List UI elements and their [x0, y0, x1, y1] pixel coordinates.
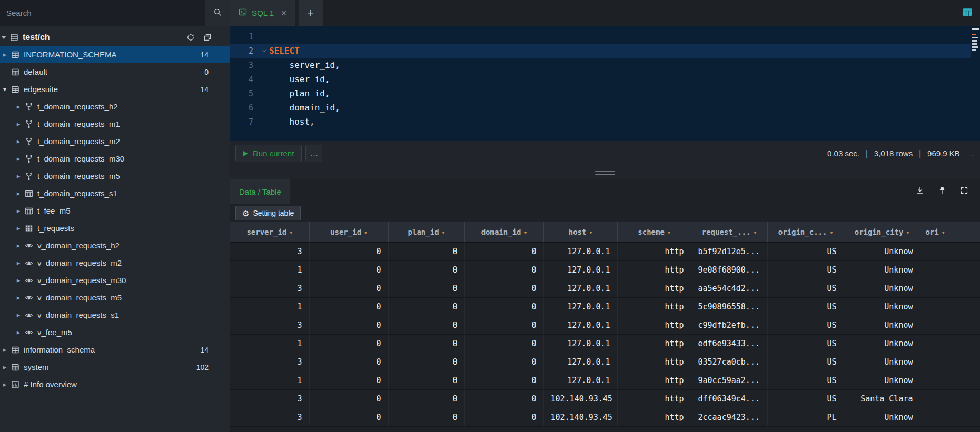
cell-user-id[interactable]: 0 — [309, 279, 388, 297]
cell-user-id[interactable]: 0 — [309, 371, 388, 389]
column-header-request[interactable]: request_...▼ — [691, 222, 767, 242]
tree-item-v-domain-requests-h2[interactable]: ▸v_domain_requests_h2 — [0, 237, 230, 254]
cell-ori[interactable] — [920, 353, 980, 371]
cell-origin-city[interactable]: Unknow — [844, 316, 920, 334]
cell-origin-c[interactable]: US — [767, 371, 844, 389]
cell-plan-id[interactable]: 0 — [388, 316, 464, 334]
new-tab-button[interactable]: + — [299, 0, 323, 26]
cell-origin-c[interactable]: US — [767, 389, 844, 408]
cell-request[interactable]: b5f92d12e5... — [691, 242, 767, 260]
sort-filter-icon[interactable]: ▼ — [524, 230, 527, 235]
tree-item-t-domain-requests-m2[interactable]: ▸t_domain_requests_m2 — [0, 133, 230, 150]
cell-user-id[interactable]: 0 — [309, 297, 388, 316]
editor-scrollbar-thumb[interactable] — [972, 28, 979, 30]
cell-origin-c[interactable]: US — [767, 260, 844, 279]
cell-plan-id[interactable]: 0 — [388, 297, 464, 316]
tree-item-v-domain-requests-m5[interactable]: ▸v_domain_requests_m5 — [0, 289, 230, 306]
tab-sql-1[interactable]: SQL 1 ✕ — [230, 0, 295, 26]
export-button[interactable] — [916, 186, 924, 197]
cell-ori[interactable] — [920, 242, 980, 260]
cell-request[interactable]: 9e08f68900... — [691, 260, 767, 279]
table-view-button[interactable] — [962, 7, 973, 19]
cell-scheme[interactable]: http — [617, 408, 691, 426]
tree-item-edgesuite[interactable]: ▾edgesuite14 — [0, 81, 230, 98]
cell-request[interactable]: 2ccaac9423... — [691, 408, 767, 426]
expand-arrow-icon[interactable]: ▸ — [14, 311, 23, 319]
sort-filter-icon[interactable]: ▼ — [364, 230, 367, 235]
cell-host[interactable]: 127.0.0.1 — [543, 353, 617, 371]
expand-arrow-icon[interactable]: ▸ — [14, 242, 23, 249]
cell-scheme[interactable]: http — [617, 389, 691, 408]
tree-item-default[interactable]: default0 — [0, 63, 230, 81]
cell-scheme[interactable]: http — [617, 371, 691, 389]
editor-line-5[interactable]: 5 plan_id, — [230, 86, 980, 101]
tree-root-connection[interactable]: test/ch — [0, 28, 230, 46]
expand-arrow-icon[interactable]: ▸ — [14, 189, 23, 197]
cell-user-id[interactable]: 0 — [309, 389, 388, 408]
tree-item-info-overview[interactable]: ▸# Info overview — [0, 376, 230, 393]
sort-filter-icon[interactable]: ▼ — [589, 230, 592, 235]
cell-request[interactable]: c99dfb2efb... — [691, 316, 767, 334]
table-row[interactable]: 1000127.0.0.1http9e08f68900...USUnknow — [230, 260, 980, 279]
expand-arrow-icon[interactable]: ▸ — [14, 155, 23, 163]
cell-origin-city[interactable]: Unknow — [844, 242, 920, 260]
tree-item-v-domain-requests-m30[interactable]: ▸v_domain_requests_m30 — [0, 272, 230, 289]
table-row[interactable]: 3000102.140.93.45httpdff06349c4...USSant… — [230, 389, 980, 408]
cell-plan-id[interactable]: 0 — [388, 353, 464, 371]
cell-plan-id[interactable]: 0 — [388, 334, 464, 353]
cell-server-id[interactable]: 1 — [230, 371, 309, 389]
cell-ori[interactable] — [920, 389, 980, 408]
cell-domain-id[interactable]: 0 — [464, 408, 543, 426]
pin-button[interactable] — [938, 186, 946, 197]
editor-line-3[interactable]: 3 server_id, — [230, 58, 980, 72]
sort-filter-icon[interactable]: ▼ — [754, 230, 756, 235]
refresh-button[interactable] — [186, 33, 195, 42]
cell-origin-city[interactable]: Unknow — [844, 408, 920, 426]
expand-arrow-icon[interactable]: ▸ — [14, 103, 23, 110]
table-row[interactable]: 3000127.0.0.1httpaa5e54c4d2...USUnknow — [230, 279, 980, 297]
run-options-button[interactable]: … — [305, 145, 322, 162]
cell-domain-id[interactable]: 0 — [464, 297, 543, 316]
chevron-down-icon[interactable] — [1, 36, 6, 39]
tree-item-t-fee-m5[interactable]: ▸t_fee_m5 — [0, 202, 230, 219]
cell-host[interactable]: 127.0.0.1 — [543, 371, 617, 389]
cell-ori[interactable] — [920, 334, 980, 353]
cell-request[interactable]: 03527ca0cb... — [691, 353, 767, 371]
cell-user-id[interactable]: 0 — [309, 316, 388, 334]
tree-item-v-domain-requests-m2[interactable]: ▸v_domain_requests_m2 — [0, 254, 230, 272]
run-current-button[interactable]: Run current — [235, 145, 302, 162]
cell-server-id[interactable]: 3 — [230, 408, 309, 426]
cell-scheme[interactable]: http — [617, 353, 691, 371]
expand-arrow-icon[interactable]: ▸ — [0, 380, 9, 388]
column-header-scheme[interactable]: scheme▼ — [617, 222, 691, 242]
cell-server-id[interactable]: 3 — [230, 279, 309, 297]
cell-origin-city[interactable]: Unknow — [844, 334, 920, 353]
cell-origin-city[interactable]: Unknow — [844, 279, 920, 297]
sort-filter-icon[interactable]: ▼ — [906, 230, 909, 235]
sort-filter-icon[interactable]: ▼ — [942, 230, 945, 235]
table-row[interactable]: 1000127.0.0.1httpedf6e93433...USUnknow — [230, 334, 980, 353]
expand-arrow-icon[interactable]: ▸ — [14, 294, 23, 302]
cell-server-id[interactable]: 1 — [230, 297, 309, 316]
cell-host[interactable]: 127.0.0.1 — [543, 279, 617, 297]
search-input[interactable] — [0, 0, 205, 26]
editor-minimap[interactable] — [971, 26, 980, 141]
editor-line-6[interactable]: 6 domain_id, — [230, 101, 980, 115]
tree-item-v-domain-requests-s1[interactable]: ▸v_domain_requests_s1 — [0, 306, 230, 324]
cell-host[interactable]: 127.0.0.1 — [543, 316, 617, 334]
cell-origin-c[interactable]: US — [767, 279, 844, 297]
column-header-origin-city[interactable]: origin_city▼ — [844, 222, 920, 242]
expand-arrow-icon[interactable]: ▸ — [14, 276, 23, 284]
fold-chevron-icon[interactable] — [259, 48, 269, 54]
cell-request[interactable]: 9a0cc59aa2... — [691, 371, 767, 389]
sort-filter-icon[interactable]: ▼ — [830, 230, 833, 235]
tree-item-t-requests[interactable]: ▸t_requests — [0, 219, 230, 237]
cell-domain-id[interactable]: 0 — [464, 334, 543, 353]
setting-table-button[interactable]: ⚙ Setting table — [235, 206, 301, 220]
tree-item-t-domain-requests-h2[interactable]: ▸t_domain_requests_h2 — [0, 98, 230, 115]
close-icon[interactable]: ✕ — [281, 9, 287, 17]
cell-server-id[interactable]: 1 — [230, 334, 309, 353]
cell-host[interactable]: 102.140.93.45 — [543, 389, 617, 408]
column-header-host[interactable]: host▼ — [543, 222, 617, 242]
cell-scheme[interactable]: http — [617, 260, 691, 279]
